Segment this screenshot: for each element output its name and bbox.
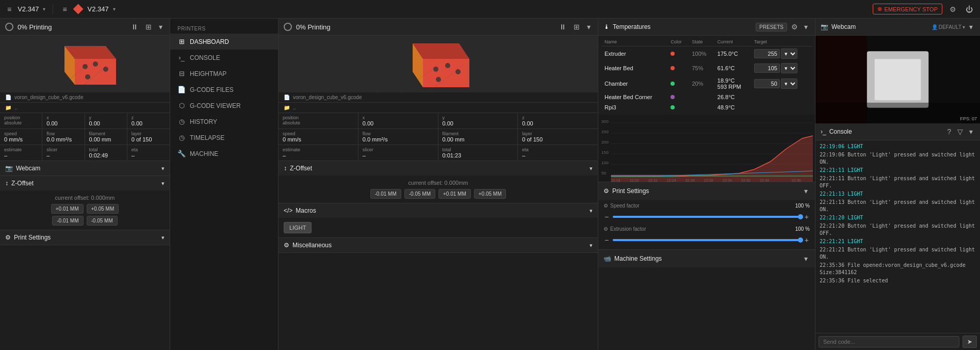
temp-target-input[interactable] (754, 63, 780, 73)
temp-target[interactable]: ▾ (751, 61, 812, 75)
temps-table-row: Heater Bed 75% 61.6°C ▾ (601, 61, 812, 75)
svg-marker-14 (423, 59, 469, 87)
svg-text:150: 150 (601, 150, 609, 155)
center-zoffset-icon: ↕ (284, 165, 287, 172)
extrusion-slider-track[interactable] (613, 239, 801, 241)
left-zoffset-header[interactable]: ↕ Z-Offset ▾ (0, 176, 170, 190)
sidebar-item-dashboard[interactable]: ⊞ DASHBOARD (170, 34, 278, 50)
svg-text:22:22: 22:22 (648, 179, 658, 182)
center-stat-z: Z 0.00 (518, 113, 598, 129)
expand-button[interactable]: ▾ (157, 22, 165, 32)
gcode-files-label: G-CODE FILES (190, 86, 234, 93)
svg-point-5 (93, 61, 98, 67)
center-zoffset-plus-001[interactable]: +0.01 MM (438, 189, 471, 199)
center-zoffset-plus-005[interactable]: +0.05 MM (474, 189, 507, 199)
center-grid-button[interactable]: ⊞ (571, 22, 582, 32)
left-webcam-header[interactable]: 📷 Webcam ▾ (0, 161, 170, 176)
center-stat-eta: ETA – (518, 145, 598, 161)
pause-button[interactable]: ⏸ (129, 22, 140, 32)
print-settings-header[interactable]: ⚙ Print Settings ▾ (598, 182, 815, 200)
center-stats-motion: Speed 0 mm/s Flow 0.0 mm²/s Filament 0.0… (279, 129, 598, 145)
menu-icon[interactable]: ≡ (5, 4, 13, 14)
machine-settings-header[interactable]: 📹 Machine Settings ▾ (598, 250, 815, 267)
svg-text:200: 200 (601, 140, 609, 145)
left-print-settings-header[interactable]: ⚙ Print Settings ▾ (0, 230, 170, 245)
temps-settings-icon[interactable]: ⚙ (789, 22, 800, 32)
svg-text:22:32: 22:32 (741, 179, 750, 182)
sidebar-item-history[interactable]: ◷ HISTORY (170, 114, 278, 130)
sidebar-chevron[interactable]: ▾ (113, 6, 116, 12)
print-settings-expand[interactable]: ▾ (802, 186, 810, 196)
presets-button[interactable]: PRESETS (756, 23, 787, 31)
center-expand-button[interactable]: ▾ (585, 22, 593, 32)
zoffset-plus-001-btn[interactable]: +0.01 MM (51, 204, 84, 214)
temp-target-dropdown[interactable]: ▾ (781, 49, 797, 59)
power-icon[interactable]: ⏻ (963, 4, 975, 14)
center-print-label: 0% Printing (296, 23, 331, 31)
sidebar-item-gcode-viewer[interactable]: ⬡ G-CODE VIEWER (170, 98, 278, 114)
sidebar-item-console[interactable]: ›_ CONSOLE (170, 50, 278, 66)
speed-factor-icon: ⚙ (603, 203, 608, 209)
center-print-status: 0% Printing ⏸ ⊞ ▾ (279, 19, 598, 36)
sidebar-menu-icon[interactable]: ≡ (60, 4, 69, 14)
webcam-expand-btn[interactable]: ▾ (967, 22, 975, 32)
temp-target[interactable]: ▾ (751, 75, 812, 92)
center-zoffset-minus-001[interactable]: -0.01 MM (370, 189, 401, 199)
speed-slider-thumb[interactable] (798, 214, 803, 219)
version-chevron[interactable]: ▾ (43, 6, 45, 12)
machine-settings-expand[interactable]: ▾ (802, 253, 810, 264)
temp-target[interactable]: ▾ (751, 46, 812, 61)
sidebar-item-heightmap[interactable]: ⊟ HEIGHTMAP (170, 66, 278, 82)
temp-target-input[interactable] (754, 49, 780, 58)
extrusion-plus-btn[interactable]: + (804, 236, 810, 244)
sidebar-item-machine[interactable]: 🔧 MACHINE (170, 146, 278, 162)
console-send-button[interactable]: ➤ (962, 336, 977, 348)
sidebar-item-timelapse[interactable]: ◷ TIMELAPSE (170, 130, 278, 146)
app-version: V2.347 (18, 5, 39, 13)
console-filter-btn[interactable]: ▽ (955, 126, 965, 137)
center-pause-button[interactable]: ⏸ (557, 22, 568, 32)
console-help-btn[interactable]: ? (945, 126, 953, 137)
dashboard-label: DASHBOARD (190, 38, 229, 45)
zoffset-plus-005-btn[interactable]: +0.05 MM (87, 204, 119, 214)
left-zoffset-section: ↕ Z-Offset ▾ current offset: 0.000mm +0.… (0, 176, 170, 230)
center-zoffset-minus-005[interactable]: -0.05 MM (404, 189, 435, 199)
speed-minus-btn[interactable]: − (603, 213, 610, 221)
console-panel-header: ›_ Console ? ▽ ▾ (815, 123, 980, 140)
machine-settings-panel: 📹 Machine Settings ▾ (598, 250, 815, 350)
temps-table-container: Name Color State Current Target Extruder… (598, 36, 815, 115)
webcam-dropdown-icon[interactable]: ▾ (962, 24, 965, 30)
stat-y: Y 0.00 (85, 113, 127, 129)
zoffset-buttons-row1: +0.01 MM +0.05 MM (5, 204, 165, 214)
console-expand-btn[interactable]: ▾ (967, 126, 975, 137)
center-misc-header[interactable]: ⚙ Miscellaneous ▾ (279, 238, 598, 252)
center-macros-header[interactable]: </> Macros ▾ (279, 203, 598, 218)
center-zoffset-header[interactable]: ↕ Z-Offset ▾ (279, 161, 598, 176)
temp-state: 75% (689, 61, 714, 75)
sidebar-item-gcode-files[interactable]: 📄 G-CODE FILES (170, 82, 278, 98)
temps-expand-icon[interactable]: ▾ (802, 22, 810, 32)
temps-header: 🌡 Temperatures PRESETS ⚙ ▾ (598, 19, 815, 36)
extrusion-minus-btn[interactable]: − (603, 236, 610, 244)
temp-target-input[interactable] (754, 79, 780, 88)
folder-icon: 📁 (5, 105, 11, 110)
stat-layer: Layer 0 of 150 (127, 129, 170, 145)
far-right-panel: 📷 Webcam 👤 DEFAULT ▾ ▾ (815, 19, 980, 350)
grid-button[interactable]: ⊞ (143, 22, 154, 32)
svg-rect-51 (815, 103, 980, 123)
extrusion-slider-thumb[interactable] (798, 237, 803, 243)
center-panel: 0% Printing ⏸ ⊞ ▾ (279, 19, 598, 350)
stat-z: Z 0.00 (127, 113, 170, 129)
temps-chart: 300 250 200 150 100 50 (598, 115, 815, 182)
light-macro-button[interactable]: LIGHT (284, 222, 312, 233)
speed-plus-btn[interactable]: + (804, 213, 810, 221)
emergency-stop-button[interactable]: ⊗ EMERGENCY STOP (873, 4, 942, 14)
zoffset-minus-005-btn[interactable]: -0.05 MM (87, 216, 118, 226)
console-input[interactable] (819, 336, 959, 347)
temp-target-dropdown[interactable]: ▾ (781, 63, 797, 73)
settings-icon[interactable]: ⚙ (948, 4, 958, 14)
zoffset-minus-001-btn[interactable]: -0.01 MM (52, 216, 83, 226)
speed-slider-track[interactable] (613, 216, 801, 218)
temp-target-dropdown[interactable]: ▾ (781, 78, 797, 89)
app-logo (73, 4, 84, 14)
